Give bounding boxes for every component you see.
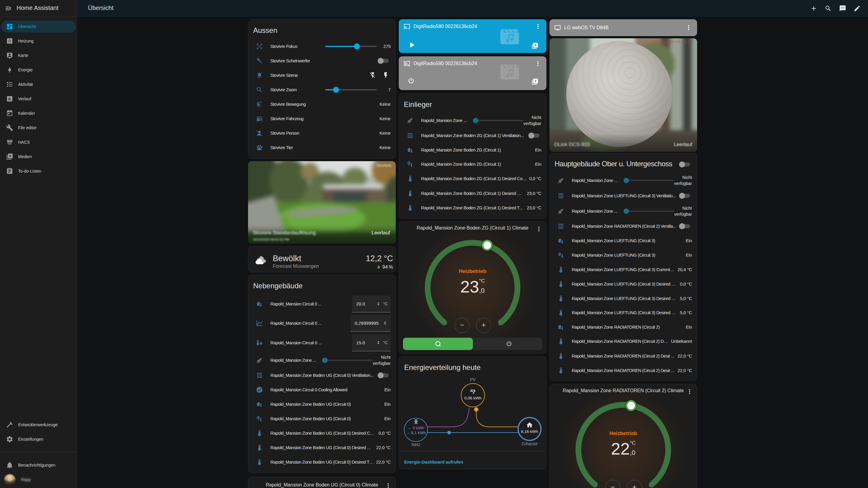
svg-text:Netz: Netz [412, 442, 421, 447]
svg-text:PV: PV [470, 377, 476, 382]
svg-text:A: A [438, 344, 441, 347]
svg-text:0,06 kWh: 0,06 kWh [464, 396, 481, 400]
svg-text:← 0 kWh: ← 0 kWh [407, 426, 424, 430]
svg-text:Zuhause: Zuhause [521, 441, 538, 446]
svg-text:→ 8,1 kWh: → 8,1 kWh [406, 430, 426, 435]
svg-text:8,16 kWh: 8,16 kWh [521, 429, 538, 434]
